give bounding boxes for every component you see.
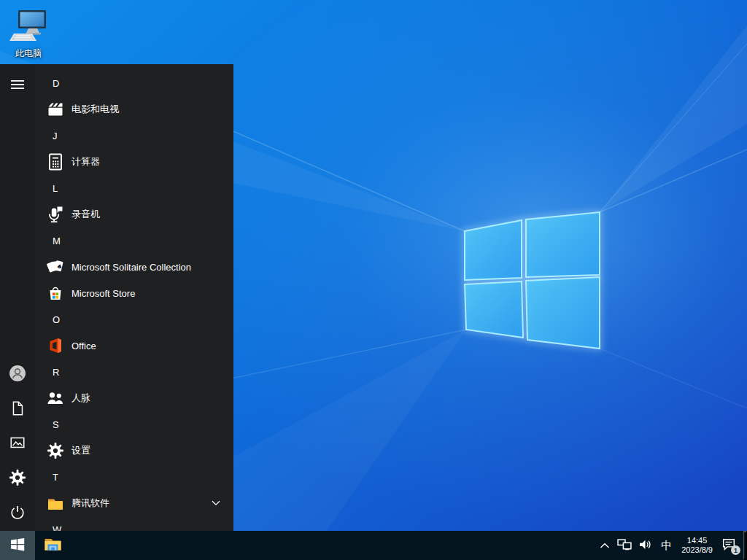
network-icon	[617, 539, 632, 553]
app-label: 腾讯软件	[71, 497, 109, 510]
app-label: Office	[71, 341, 96, 351]
section-header-s[interactable]: S	[35, 411, 233, 438]
store-icon	[45, 283, 66, 303]
section-header-d[interactable]: D	[35, 70, 233, 96]
calculator-icon	[45, 152, 66, 172]
desktop-icon-this-pc[interactable]: 此电脑	[4, 9, 53, 60]
section-letter: S	[53, 419, 59, 430]
app-item[interactable]: 计算器	[35, 149, 233, 175]
app-item[interactable]: ♠Microsoft Solitaire Collection	[35, 254, 233, 280]
volume-button[interactable]	[635, 531, 657, 560]
clock-time: 14:45	[687, 536, 708, 545]
file-explorer-button[interactable]	[41, 531, 64, 560]
app-label: 电影和电视	[71, 103, 119, 116]
start-menu: D电影和电视J计算器L录音机M♠Microsoft Solitaire Coll…	[0, 64, 233, 531]
section-header-o[interactable]: O	[35, 306, 233, 332]
chevron-up-icon	[600, 540, 610, 551]
volume-icon	[639, 539, 653, 553]
notification-badge: 1	[731, 545, 740, 555]
network-button[interactable]	[614, 531, 635, 560]
app-item[interactable]: 电影和电视	[35, 96, 233, 122]
section-letter: D	[53, 78, 59, 89]
app-label: 人脉	[71, 392, 90, 405]
start-app-list: D电影和电视J计算器L录音机M♠Microsoft Solitaire Coll…	[35, 64, 233, 531]
desktop-icon-label: 此电脑	[4, 47, 53, 60]
app-label: 录音机	[71, 208, 100, 221]
app-label: 设置	[71, 444, 90, 457]
settings-gear-icon	[45, 440, 66, 461]
chevron-down-icon	[212, 500, 220, 506]
app-label: 计算器	[71, 155, 100, 168]
file-explorer-icon	[43, 534, 63, 556]
people-icon	[45, 388, 66, 408]
movies-tv-icon	[45, 99, 66, 120]
start-menu-rail	[0, 64, 35, 531]
clock-date: 2023/8/9	[681, 545, 713, 555]
section-header-m[interactable]: M	[35, 228, 233, 254]
app-label: Microsoft Store	[71, 288, 135, 299]
section-letter: T	[53, 472, 58, 483]
power-button[interactable]	[0, 495, 35, 530]
app-item[interactable]: 设置	[35, 438, 233, 464]
clock[interactable]: 14:45 2023/8/9	[676, 531, 718, 560]
section-letter: M	[53, 236, 61, 246]
app-item[interactable]: 人脉	[35, 385, 233, 411]
taskbar: 中 14:45 2023/8/9 1	[0, 531, 747, 560]
folder-icon	[45, 493, 66, 513]
expand-menu-button[interactable]	[0, 67, 35, 102]
action-center-button[interactable]: 1	[718, 531, 743, 560]
section-header-t[interactable]: T	[35, 464, 233, 490]
section-letter: R	[53, 367, 59, 378]
pictures-button[interactable]	[0, 425, 35, 460]
documents-button[interactable]	[0, 391, 35, 426]
hidden-icons-button[interactable]	[596, 531, 614, 560]
user-button[interactable]	[0, 356, 35, 391]
app-item[interactable]: 腾讯软件	[35, 490, 233, 516]
app-item[interactable]: Microsoft Store	[35, 280, 233, 306]
show-desktop-button[interactable]	[743, 531, 747, 560]
section-header-w[interactable]: W	[35, 516, 233, 531]
office-icon	[45, 335, 66, 356]
section-header-l[interactable]: L	[35, 175, 233, 201]
voice-recorder-icon	[45, 204, 66, 225]
start-button[interactable]	[0, 531, 35, 560]
settings-button[interactable]	[0, 460, 35, 495]
section-header-j[interactable]: J	[35, 122, 233, 149]
ime-indicator[interactable]: 中	[657, 531, 676, 560]
svg-text:♠: ♠	[56, 262, 63, 271]
system-tray: 中 14:45 2023/8/9 1	[596, 531, 747, 560]
section-letter: W	[53, 524, 61, 532]
section-letter: J	[53, 131, 58, 141]
solitaire-icon: ♠	[45, 257, 66, 277]
windows-logo-icon	[11, 538, 25, 553]
section-letter: O	[53, 314, 60, 325]
section-header-r[interactable]: R	[35, 359, 233, 385]
computer-icon	[4, 9, 53, 47]
section-letter: L	[53, 183, 58, 194]
app-item[interactable]: 录音机	[35, 201, 233, 228]
app-item[interactable]: Office	[35, 332, 233, 359]
app-label: Microsoft Solitaire Collection	[71, 262, 191, 273]
